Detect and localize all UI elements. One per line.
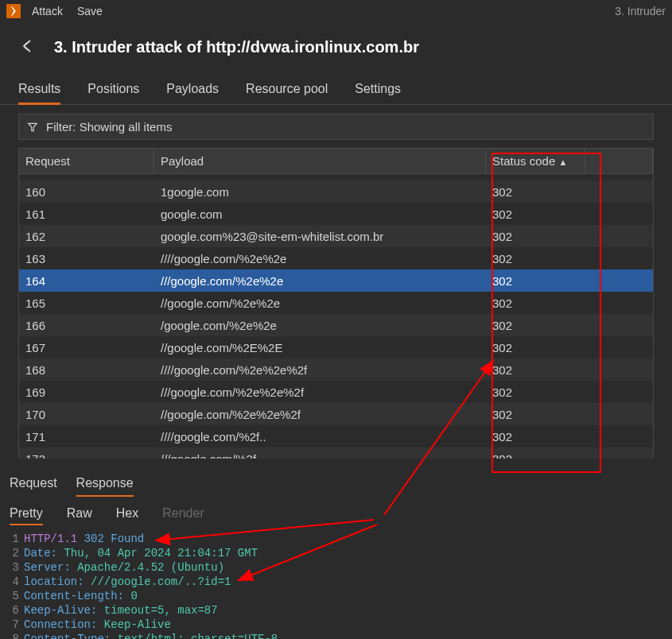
detail-tabs: Request Response bbox=[0, 459, 672, 497]
table-row[interactable]: 167//google.com/%2E%2E302 bbox=[19, 336, 653, 358]
view-hex[interactable]: Hex bbox=[116, 506, 138, 525]
main-tabs: Results Positions Payloads Resource pool… bbox=[0, 76, 672, 105]
cell-request: 162 bbox=[19, 230, 154, 243]
table-row[interactable]: 165//google.com/%2e%2e302 bbox=[19, 292, 653, 314]
cell-payload: ///google.com/%2e%2e%2f bbox=[154, 385, 486, 399]
cell-status: 302 bbox=[486, 207, 585, 221]
cell-status: 302 bbox=[486, 363, 585, 377]
cell-payload: //google.com/%2E%2E bbox=[154, 341, 486, 354]
cell-request: 172 bbox=[19, 452, 154, 459]
cell-status: 302 bbox=[486, 430, 585, 443]
cell-payload: ////google.com/%2e%2e%2f bbox=[154, 363, 486, 377]
tab-request[interactable]: Request bbox=[10, 471, 57, 497]
app-icon bbox=[6, 4, 21, 18]
table-row[interactable]: 171////google.com/%2f..302 bbox=[19, 425, 653, 447]
cell-payload: //google.com/%2e%2e%2f bbox=[154, 408, 486, 421]
table-row[interactable]: 172///google.com/%2f..302 bbox=[19, 447, 653, 459]
menubar: Attack Save 3. Intruder bbox=[0, 0, 672, 22]
cell-request: 170 bbox=[19, 408, 154, 421]
table-row[interactable]: 162google.com%23@site-em-whitelist.com.b… bbox=[19, 225, 653, 247]
tab-response[interactable]: Response bbox=[76, 471, 134, 497]
col-status[interactable]: Status code ▲ bbox=[486, 149, 585, 173]
table-row[interactable]: 166/google.com/%2e%2e302 bbox=[19, 314, 653, 336]
view-render: Render bbox=[162, 506, 204, 525]
cell-payload: google.com%23@site-em-whitelist.com.br bbox=[154, 230, 486, 243]
menu-save[interactable]: Save bbox=[77, 5, 103, 17]
response-line: 1HTTP/1.1 302 Found bbox=[10, 532, 672, 546]
view-raw[interactable]: Raw bbox=[67, 506, 92, 525]
response-line: 5Content-Length: 0 bbox=[10, 589, 672, 603]
col-extra[interactable] bbox=[585, 149, 653, 173]
cell-payload: google.com bbox=[154, 207, 486, 221]
view-tabs: Pretty Raw Hex Render bbox=[0, 497, 672, 530]
cell-request: 160 bbox=[19, 185, 154, 199]
filter-text: Filter: Showing all items bbox=[46, 120, 172, 134]
filter-bar[interactable]: Filter: Showing all items bbox=[18, 114, 654, 140]
table-row[interactable]: 163////google.com/%2e%2e302 bbox=[19, 247, 653, 269]
window-label: 3. Intruder bbox=[615, 5, 666, 17]
cell-payload: //google.com/%2e%2e bbox=[154, 296, 486, 310]
table-row[interactable]: 170//google.com/%2e%2e%2f302 bbox=[19, 403, 653, 425]
response-line: 8Content-Type: text/html; charset=UTF-8 bbox=[10, 632, 672, 639]
cell-payload: ///google.com/%2f.. bbox=[154, 452, 486, 459]
cell-request: 167 bbox=[19, 341, 154, 354]
view-pretty[interactable]: Pretty bbox=[10, 506, 43, 525]
cell-payload: ////google.com/%2e%2e bbox=[154, 252, 486, 265]
cell-status: 302 bbox=[486, 274, 585, 288]
cell-status: 302 bbox=[486, 252, 585, 265]
cell-status: 302 bbox=[486, 319, 585, 332]
tab-settings[interactable]: Settings bbox=[355, 76, 401, 104]
table-row[interactable]: 169///google.com/%2e%2e%2f302 bbox=[19, 381, 653, 403]
cell-request: 164 bbox=[19, 274, 154, 288]
cell-payload: ////google.com/%2f.. bbox=[154, 430, 486, 443]
back-icon[interactable] bbox=[19, 37, 38, 58]
cell-status: 302 bbox=[486, 452, 585, 459]
table-header: Request Payload Status code ▲ bbox=[18, 148, 654, 174]
cell-status: 302 bbox=[486, 408, 585, 421]
header: 3. Intruder attack of http://dvwa.ironli… bbox=[0, 22, 672, 76]
response-line: 2Date: Thu, 04 Apr 2024 21:04:17 GMT bbox=[10, 546, 672, 560]
table-row[interactable] bbox=[19, 174, 653, 180]
cell-request: 163 bbox=[19, 252, 154, 265]
sort-asc-icon: ▲ bbox=[558, 157, 567, 167]
cell-request: 165 bbox=[19, 296, 154, 310]
tab-positions[interactable]: Positions bbox=[87, 76, 139, 104]
cell-status: 302 bbox=[486, 296, 585, 310]
cell-payload: 1google.com bbox=[154, 185, 486, 199]
cell-request: 169 bbox=[19, 385, 154, 399]
tab-payloads[interactable]: Payloads bbox=[166, 76, 219, 104]
table-row[interactable]: 168////google.com/%2e%2e%2f302 bbox=[19, 358, 653, 381]
results-table: Request Payload Status code ▲ 1601google… bbox=[18, 148, 654, 459]
filter-icon bbox=[27, 122, 38, 133]
response-line: 7Connection: Keep-Alive bbox=[10, 618, 672, 632]
cell-request: 171 bbox=[19, 430, 154, 443]
cell-status: 302 bbox=[486, 230, 585, 243]
tab-results[interactable]: Results bbox=[18, 76, 60, 105]
cell-status: 302 bbox=[486, 385, 585, 399]
cell-status: 302 bbox=[486, 185, 585, 199]
response-body[interactable]: 1HTTP/1.1 302 Found2Date: Thu, 04 Apr 20… bbox=[0, 530, 672, 639]
table-row[interactable]: 164///google.com/%2e%2e302 bbox=[19, 269, 653, 292]
cell-status: 302 bbox=[486, 341, 585, 354]
response-line: 4location: ///google.com/..?id=1 bbox=[10, 575, 672, 589]
tab-resource-pool[interactable]: Resource pool bbox=[246, 76, 328, 104]
cell-request: 166 bbox=[19, 319, 154, 332]
cell-request: 161 bbox=[19, 207, 154, 221]
col-request[interactable]: Request bbox=[19, 149, 154, 173]
menu-attack[interactable]: Attack bbox=[32, 5, 63, 17]
table-body[interactable]: 1601google.com302161google.com302162goog… bbox=[18, 174, 654, 459]
col-payload[interactable]: Payload bbox=[154, 149, 486, 173]
table-row[interactable]: 1601google.com302 bbox=[19, 180, 653, 203]
cell-request: 168 bbox=[19, 363, 154, 377]
cell-payload: ///google.com/%2e%2e bbox=[154, 274, 486, 288]
response-line: 6Keep-Alive: timeout=5, max=87 bbox=[10, 603, 672, 618]
table-row[interactable]: 161google.com302 bbox=[19, 203, 653, 225]
response-line: 3Server: Apache/2.4.52 (Ubuntu) bbox=[10, 560, 672, 575]
cell-payload: /google.com/%2e%2e bbox=[154, 319, 486, 332]
page-title: 3. Intruder attack of http://dvwa.ironli… bbox=[54, 38, 419, 56]
